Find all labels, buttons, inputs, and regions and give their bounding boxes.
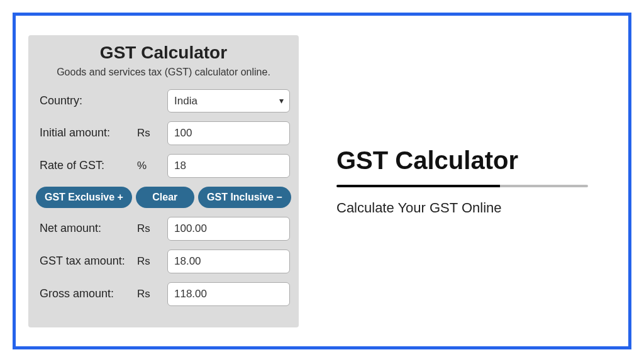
- gross-amount-row: Gross amount: Rs: [33, 282, 294, 306]
- gst-amount-label: GST tax amount:: [40, 255, 137, 268]
- country-label: Country:: [40, 94, 137, 107]
- gross-amount-label: Gross amount:: [40, 287, 137, 300]
- rate-unit: %: [137, 160, 167, 172]
- promo-divider: [336, 185, 588, 187]
- country-select-wrap: India: [167, 89, 290, 112]
- calculator-panel: GST Calculator Goods and services tax (G…: [28, 35, 299, 327]
- net-amount-row: Net amount: Rs: [33, 217, 294, 241]
- gst-amount-output[interactable]: [167, 250, 290, 273]
- net-amount-unit: Rs: [137, 222, 167, 235]
- net-amount-output[interactable]: [167, 217, 290, 241]
- rate-label: Rate of GST:: [40, 159, 137, 172]
- calculator-title: GST Calculator: [33, 43, 294, 63]
- gst-amount-row: GST tax amount: Rs: [33, 250, 294, 273]
- initial-amount-label: Initial amount:: [40, 126, 137, 140]
- rate-input[interactable]: [167, 154, 290, 178]
- initial-amount-input[interactable]: [167, 121, 290, 145]
- promo-panel: GST Calculator Calculate Your GST Online: [299, 146, 628, 216]
- gst-amount-unit: Rs: [137, 255, 167, 268]
- net-amount-label: Net amount:: [40, 222, 137, 235]
- rate-row: Rate of GST: %: [33, 154, 294, 178]
- gross-amount-unit: Rs: [137, 288, 167, 300]
- button-row: GST Exclusive + Clear GST Inclusive −: [33, 187, 294, 208]
- gross-amount-output[interactable]: [167, 282, 290, 306]
- app-frame: GST Calculator Goods and services tax (G…: [13, 13, 631, 349]
- initial-amount-row: Initial amount: Rs: [33, 121, 294, 145]
- clear-button[interactable]: Clear: [136, 187, 194, 208]
- gst-exclusive-button[interactable]: GST Exclusive +: [36, 187, 132, 208]
- country-row: Country: India: [33, 89, 294, 112]
- gst-inclusive-button[interactable]: GST Inclusive −: [198, 187, 291, 208]
- initial-amount-unit: Rs: [137, 127, 167, 140]
- country-select[interactable]: India: [167, 89, 290, 112]
- calculator-subtitle: Goods and services tax (GST) calculator …: [33, 67, 294, 78]
- promo-title: GST Calculator: [336, 146, 518, 175]
- promo-subtitle: Calculate Your GST Online: [336, 200, 502, 216]
